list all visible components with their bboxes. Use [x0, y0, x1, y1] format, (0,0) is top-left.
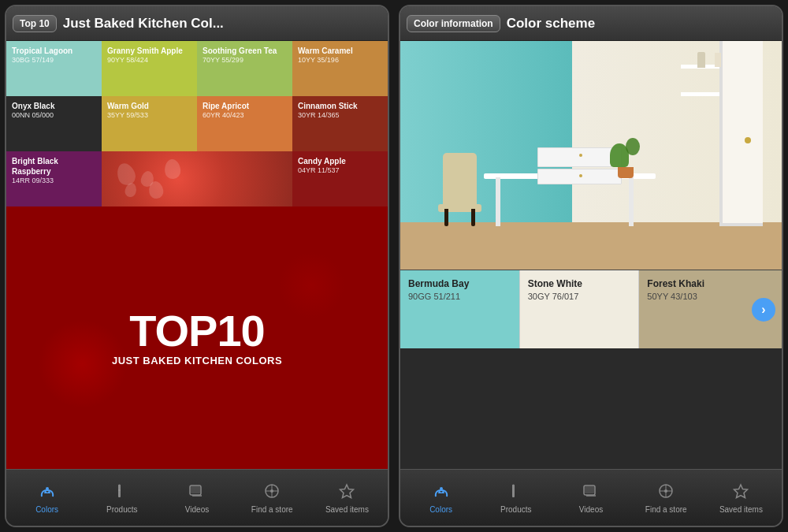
saved-icon-left	[338, 482, 355, 503]
color-onyx-black[interactable]: Onyx Black 00NN 05/000	[6, 96, 102, 151]
colors-icon-right	[433, 482, 450, 503]
color-green-tea[interactable]: Soothing Green Tea 70YY 55/299	[197, 41, 292, 96]
tab-videos-label-right: Videos	[579, 505, 603, 514]
colors-icon	[39, 482, 56, 503]
left-header: Top 10 Just Baked Kitchen Col...	[6, 6, 388, 41]
tab-findstore-label-right: Find a store	[645, 505, 687, 514]
top10-badge[interactable]: Top 10	[13, 15, 57, 32]
videos-icon-right	[582, 482, 600, 503]
tab-colors-left[interactable]: Colors	[9, 482, 84, 514]
tab-saved-right[interactable]: Saved items	[704, 482, 779, 514]
tab-findstore-right[interactable]: Find a store	[629, 482, 704, 514]
top10-headline: TOP10	[129, 309, 264, 353]
tab-products-right[interactable]: Products	[478, 482, 553, 514]
tab-colors-label-right: Colors	[429, 505, 452, 514]
svg-point-1	[118, 484, 121, 486]
svg-point-9	[270, 489, 273, 493]
color-grid: Tropical Lagoon 30BG 57/149 Granny Smith…	[6, 41, 388, 206]
room-image	[400, 41, 782, 270]
color-black-raspberry[interactable]: Bright Black Raspberry 14RR 09/333	[6, 151, 102, 206]
find-store-icon-right	[657, 482, 675, 503]
svg-point-19	[664, 489, 667, 493]
svg-rect-14	[585, 486, 594, 493]
find-store-icon-left	[263, 482, 281, 503]
color-warm-gold[interactable]: Warm Gold 35YY 59/533	[102, 96, 197, 151]
right-header: Color information Color scheme	[400, 6, 782, 41]
tab-findstore-label-left: Find a store	[251, 505, 293, 514]
color-ripe-apricot[interactable]: Ripe Apricot 60YR 40/423	[197, 96, 292, 151]
tab-videos-label-left: Videos	[185, 505, 209, 514]
tab-saved-label-left: Saved items	[325, 505, 369, 514]
next-arrow[interactable]: ›	[752, 298, 775, 322]
color-warm-caramel[interactable]: Warm Caramel 10YY 35/196	[292, 41, 388, 96]
left-header-title: Just Baked Kitchen Col...	[63, 16, 224, 32]
svg-point-12	[512, 484, 515, 486]
svg-marker-20	[734, 485, 748, 498]
left-phone: Top 10 Just Baked Kitchen Col... Tropica…	[5, 5, 389, 527]
saved-icon-right	[732, 482, 749, 503]
videos-icon-left	[188, 482, 206, 503]
tab-colors-right[interactable]: Colors	[403, 482, 478, 514]
swatch-bermuda-bay[interactable]: Bermuda Bay 90GG 51/211	[400, 270, 519, 348]
color-info-badge[interactable]: Color information	[407, 15, 500, 32]
right-header-title: Color scheme	[507, 16, 595, 32]
svg-rect-4	[191, 486, 200, 493]
color-cinnamon-stick[interactable]: Cinnamon Stick 30YR 14/365	[292, 96, 388, 151]
swatch-row: Bermuda Bay 90GG 51/211 Stone White 30GY…	[400, 270, 782, 348]
left-content: Tropical Lagoon 30BG 57/149 Granny Smith…	[6, 41, 388, 469]
right-phone: Color information Color scheme	[399, 5, 783, 527]
products-icon-left	[113, 482, 131, 503]
tab-videos-right[interactable]: Videos	[553, 482, 628, 514]
tab-findstore-left[interactable]: Find a store	[235, 482, 310, 514]
color-candy-apple[interactable]: Candy Apple 04YR 11/537	[292, 151, 388, 206]
svg-marker-10	[340, 485, 354, 498]
tab-products-label-left: Products	[106, 505, 137, 514]
tab-products-left[interactable]: Products	[84, 482, 159, 514]
right-tab-bar: Colors Products Videos Find a store Save…	[400, 469, 782, 526]
right-content: Bermuda Bay 90GG 51/211 Stone White 30GY…	[400, 41, 782, 469]
svg-point-11	[440, 487, 443, 490]
tab-colors-label-left: Colors	[35, 505, 58, 514]
tab-saved-label-right: Saved items	[719, 505, 763, 514]
swatch-stone-white[interactable]: Stone White 30GY 76/017	[519, 270, 639, 348]
svg-point-0	[46, 487, 49, 490]
left-tab-bar: Colors Products Videos Find a store Save…	[6, 469, 388, 526]
tab-videos-left[interactable]: Videos	[159, 482, 234, 514]
top10-banner: TOP10 JUST BAKED KITCHEN COLORS	[6, 206, 388, 469]
tab-saved-left[interactable]: Saved items	[310, 482, 385, 514]
color-image-cell	[102, 151, 292, 206]
products-icon-right	[507, 482, 525, 503]
color-granny-smith[interactable]: Granny Smith Apple 90YY 58/424	[102, 41, 197, 96]
color-tropical-lagoon[interactable]: Tropical Lagoon 30BG 57/149	[6, 41, 102, 96]
top10-subheading: JUST BAKED KITCHEN COLORS	[112, 355, 282, 366]
tab-products-label-right: Products	[500, 505, 531, 514]
